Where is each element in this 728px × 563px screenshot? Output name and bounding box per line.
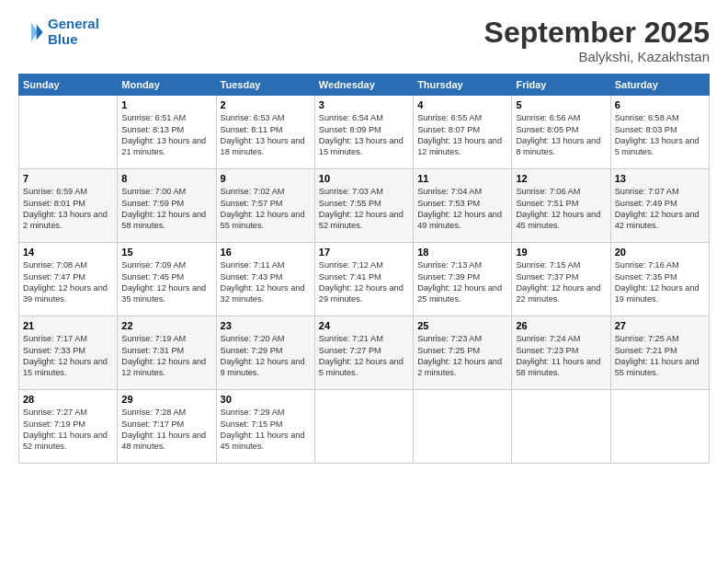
day-cell: 2Sunrise: 6:53 AM Sunset: 8:11 PM Daylig… (216, 96, 314, 169)
day-cell: 3Sunrise: 6:54 AM Sunset: 8:09 PM Daylig… (314, 96, 413, 169)
week-row-1: 1Sunrise: 6:51 AM Sunset: 8:13 PM Daylig… (19, 96, 710, 169)
weekday-thursday: Thursday (414, 75, 512, 96)
day-info: Sunrise: 7:03 AM Sunset: 7:55 PM Dayligh… (319, 186, 409, 232)
day-cell: 9Sunrise: 7:02 AM Sunset: 7:57 PM Daylig… (216, 169, 314, 243)
day-cell (19, 96, 118, 169)
day-info: Sunrise: 6:54 AM Sunset: 8:09 PM Dayligh… (319, 112, 409, 158)
day-number: 30 (221, 394, 311, 405)
day-cell: 26Sunrise: 7:24 AM Sunset: 7:23 PM Dayli… (512, 316, 610, 390)
title-block: September 2025 Balykshi, Kazakhstan (484, 17, 710, 64)
week-row-3: 14Sunrise: 7:08 AM Sunset: 7:47 PM Dayli… (19, 243, 710, 316)
day-info: Sunrise: 7:25 AM Sunset: 7:21 PM Dayligh… (615, 333, 705, 379)
day-number: 12 (516, 173, 606, 184)
day-info: Sunrise: 7:23 AM Sunset: 7:25 PM Dayligh… (417, 333, 507, 379)
day-number: 4 (417, 99, 507, 110)
day-info: Sunrise: 7:15 AM Sunset: 7:37 PM Dayligh… (516, 259, 606, 305)
calendar-body: 1Sunrise: 6:51 AM Sunset: 8:13 PM Daylig… (19, 96, 710, 464)
day-number: 23 (221, 320, 311, 331)
day-cell (610, 390, 709, 464)
day-number: 18 (417, 247, 507, 258)
day-info: Sunrise: 7:29 AM Sunset: 7:15 PM Dayligh… (221, 407, 311, 453)
week-row-5: 28Sunrise: 7:27 AM Sunset: 7:19 PM Dayli… (19, 390, 710, 464)
day-info: Sunrise: 7:06 AM Sunset: 7:51 PM Dayligh… (516, 186, 606, 232)
day-info: Sunrise: 7:12 AM Sunset: 7:41 PM Dayligh… (319, 259, 409, 305)
day-number: 8 (121, 173, 211, 184)
day-info: Sunrise: 7:07 AM Sunset: 7:49 PM Dayligh… (615, 186, 705, 232)
day-number: 21 (23, 320, 113, 331)
calendar-header: SundayMondayTuesdayWednesdayThursdayFrid… (19, 75, 710, 96)
day-cell: 1Sunrise: 6:51 AM Sunset: 8:13 PM Daylig… (118, 96, 216, 169)
day-cell: 14Sunrise: 7:08 AM Sunset: 7:47 PM Dayli… (19, 243, 118, 316)
day-number: 9 (221, 173, 311, 184)
day-cell (414, 390, 512, 464)
day-number: 11 (417, 173, 507, 184)
day-number: 20 (615, 247, 705, 258)
day-cell: 19Sunrise: 7:15 AM Sunset: 7:37 PM Dayli… (512, 243, 610, 316)
header: General Blue September 2025 Balykshi, Ka… (18, 17, 710, 64)
day-cell: 16Sunrise: 7:11 AM Sunset: 7:43 PM Dayli… (216, 243, 314, 316)
day-info: Sunrise: 7:17 AM Sunset: 7:33 PM Dayligh… (23, 333, 113, 379)
day-info: Sunrise: 7:08 AM Sunset: 7:47 PM Dayligh… (23, 259, 113, 305)
day-info: Sunrise: 6:51 AM Sunset: 8:13 PM Dayligh… (121, 112, 211, 158)
day-cell: 15Sunrise: 7:09 AM Sunset: 7:45 PM Dayli… (118, 243, 216, 316)
day-cell: 30Sunrise: 7:29 AM Sunset: 7:15 PM Dayli… (216, 390, 314, 464)
logo-line2: Blue (48, 31, 78, 47)
day-cell: 18Sunrise: 7:13 AM Sunset: 7:39 PM Dayli… (414, 243, 512, 316)
day-info: Sunrise: 7:09 AM Sunset: 7:45 PM Dayligh… (121, 259, 211, 305)
day-info: Sunrise: 7:28 AM Sunset: 7:17 PM Dayligh… (121, 407, 211, 453)
day-cell: 22Sunrise: 7:19 AM Sunset: 7:31 PM Dayli… (118, 316, 216, 390)
day-info: Sunrise: 7:19 AM Sunset: 7:31 PM Dayligh… (121, 333, 211, 379)
day-number: 1 (121, 99, 211, 110)
month-title: September 2025 (484, 17, 710, 49)
day-number: 5 (516, 99, 606, 110)
day-cell: 17Sunrise: 7:12 AM Sunset: 7:41 PM Dayli… (314, 243, 413, 316)
calendar-table: SundayMondayTuesdayWednesdayThursdayFrid… (18, 74, 710, 464)
week-row-4: 21Sunrise: 7:17 AM Sunset: 7:33 PM Dayli… (19, 316, 710, 390)
day-info: Sunrise: 7:04 AM Sunset: 7:53 PM Dayligh… (417, 186, 507, 232)
day-info: Sunrise: 6:55 AM Sunset: 8:07 PM Dayligh… (417, 112, 507, 158)
logo: General Blue (18, 17, 99, 47)
day-cell: 10Sunrise: 7:03 AM Sunset: 7:55 PM Dayli… (314, 169, 413, 243)
day-cell (512, 390, 610, 464)
day-info: Sunrise: 7:16 AM Sunset: 7:35 PM Dayligh… (615, 259, 705, 305)
day-info: Sunrise: 6:59 AM Sunset: 8:01 PM Dayligh… (23, 186, 113, 232)
day-number: 7 (23, 173, 113, 184)
day-info: Sunrise: 7:13 AM Sunset: 7:39 PM Dayligh… (417, 259, 507, 305)
day-cell: 12Sunrise: 7:06 AM Sunset: 7:51 PM Dayli… (512, 169, 610, 243)
day-cell: 29Sunrise: 7:28 AM Sunset: 7:17 PM Dayli… (118, 390, 216, 464)
day-info: Sunrise: 7:24 AM Sunset: 7:23 PM Dayligh… (516, 333, 606, 379)
logo-line1: General (48, 16, 99, 31)
day-number: 26 (516, 320, 606, 331)
weekday-friday: Friday (512, 75, 610, 96)
weekday-header-row: SundayMondayTuesdayWednesdayThursdayFrid… (19, 75, 710, 96)
day-number: 3 (319, 99, 409, 110)
day-number: 28 (23, 394, 113, 405)
weekday-monday: Monday (118, 75, 216, 96)
day-cell: 28Sunrise: 7:27 AM Sunset: 7:19 PM Dayli… (19, 390, 118, 464)
day-cell: 23Sunrise: 7:20 AM Sunset: 7:29 PM Dayli… (216, 316, 314, 390)
weekday-wednesday: Wednesday (314, 75, 413, 96)
day-number: 29 (121, 394, 211, 405)
location: Balykshi, Kazakhstan (484, 49, 710, 64)
day-cell: 24Sunrise: 7:21 AM Sunset: 7:27 PM Dayli… (314, 316, 413, 390)
day-number: 15 (121, 247, 211, 258)
day-number: 17 (319, 247, 409, 258)
logo-text: General Blue (48, 17, 99, 47)
day-info: Sunrise: 6:58 AM Sunset: 8:03 PM Dayligh… (615, 112, 705, 158)
day-cell: 8Sunrise: 7:00 AM Sunset: 7:59 PM Daylig… (118, 169, 216, 243)
day-info: Sunrise: 7:27 AM Sunset: 7:19 PM Dayligh… (23, 407, 113, 453)
day-cell: 20Sunrise: 7:16 AM Sunset: 7:35 PM Dayli… (610, 243, 709, 316)
page: General Blue September 2025 Balykshi, Ka… (0, 0, 728, 473)
day-number: 24 (319, 320, 409, 331)
logo-icon (18, 19, 44, 45)
day-info: Sunrise: 6:56 AM Sunset: 8:05 PM Dayligh… (516, 112, 606, 158)
day-cell: 11Sunrise: 7:04 AM Sunset: 7:53 PM Dayli… (414, 169, 512, 243)
day-number: 2 (221, 99, 311, 110)
weekday-sunday: Sunday (19, 75, 118, 96)
day-info: Sunrise: 7:20 AM Sunset: 7:29 PM Dayligh… (221, 333, 311, 379)
weekday-tuesday: Tuesday (216, 75, 314, 96)
day-cell: 4Sunrise: 6:55 AM Sunset: 8:07 PM Daylig… (414, 96, 512, 169)
day-number: 16 (221, 247, 311, 258)
day-cell: 6Sunrise: 6:58 AM Sunset: 8:03 PM Daylig… (610, 96, 709, 169)
day-number: 27 (615, 320, 705, 331)
